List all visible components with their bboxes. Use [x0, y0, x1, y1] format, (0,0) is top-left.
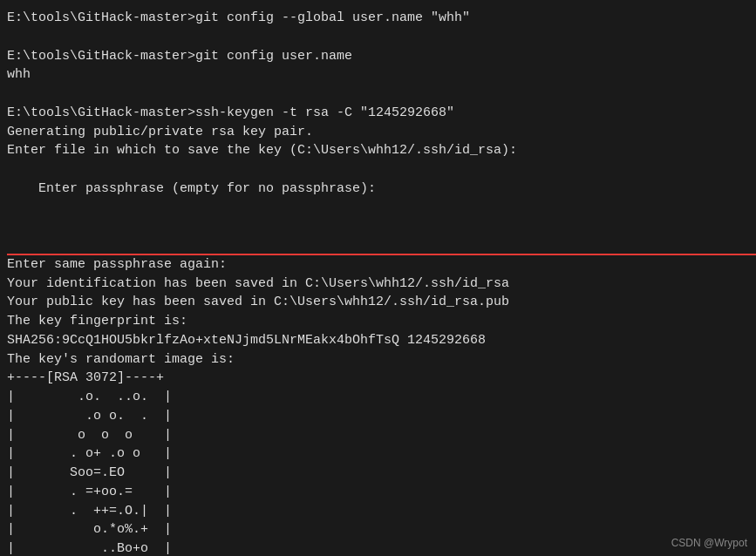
terminal-line: [7, 28, 749, 47]
terminal-line: | .o. ..o. |: [7, 388, 749, 407]
terminal-line: whh: [7, 65, 749, 85]
terminal-line: Enter same passphrase again:: [7, 255, 749, 275]
terminal-line: Your identification has been saved in C:…: [7, 275, 749, 294]
red-underline: [7, 254, 756, 255]
terminal-line: | . ++=.O.| |: [7, 502, 749, 521]
terminal-line: | o o o |: [7, 426, 749, 445]
terminal-line: | ..Bo+o |: [7, 539, 749, 556]
terminal-line: Generating public/private rsa key pair.: [7, 123, 749, 142]
terminal-line: [7, 85, 749, 104]
terminal-line: +----[RSA 3072]----+: [7, 369, 749, 388]
terminal-line: | .o o. . |: [7, 407, 749, 426]
terminal-window: E:\tools\GitHack-master>git config --glo…: [0, 0, 756, 556]
terminal-line: Your public key has been saved in C:\Use…: [7, 293, 749, 312]
terminal-line: | . o+ .o o |: [7, 444, 749, 464]
terminal-line: E:\tools\GitHack-master>git config user.…: [7, 47, 749, 66]
terminal-line: E:\tools\GitHack-master>ssh-keygen -t rs…: [7, 104, 749, 123]
terminal-line: SHA256:9CcQ1HOU5bkrlfzAo+xteNJjmd5LNrMEa…: [7, 331, 749, 350]
terminal-line: The key fingerprint is:: [7, 312, 749, 331]
watermark: CSDN @Wrypot: [671, 537, 747, 549]
terminal-line-passphrase: Enter passphrase (empty for no passphras…: [7, 160, 749, 255]
terminal-line: Enter file in which to save the key (C:\…: [7, 141, 749, 160]
terminal-line: | . =+oo.= |: [7, 483, 749, 502]
terminal-line: | Soo=.EO |: [7, 464, 749, 483]
terminal-line: The key's randomart image is:: [7, 350, 749, 370]
terminal-line: E:\tools\GitHack-master>git config --glo…: [7, 9, 749, 28]
passphrase-text: Enter passphrase (empty for no passphras…: [38, 181, 376, 196]
terminal-line: | o.*o%.+ |: [7, 520, 749, 539]
